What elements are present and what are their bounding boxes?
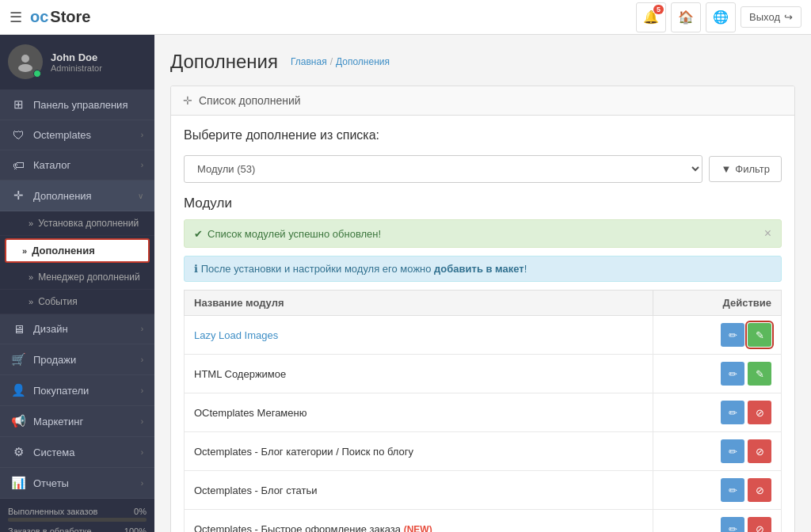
col-name: Название модуля [185,291,653,316]
sub-arrow-icon: » [29,297,33,306]
section-title: Модули [184,196,782,211]
sidebar-item-label: Продажи [33,354,76,366]
chevron-right-icon: › [141,448,143,457]
add-button[interactable]: ✎ [748,362,771,386]
user-name: John Doe [51,51,102,63]
subitem-label: События [38,296,78,307]
delete-button[interactable]: ⊘ [748,478,771,502]
edit-button[interactable]: ✏ [721,362,744,386]
sidebar-item-addons[interactable]: ✛ Дополнения ∨ [0,180,154,211]
table-row: Lazy Load Images✏✎ [185,316,782,355]
stat-processing: Заказов в обработке 100% [8,526,147,532]
chevron-right-icon: › [141,325,143,333]
edit-button[interactable]: ✏ [721,439,744,463]
main-content: Дополнения Главная / Дополнения ✛ Список… [154,35,811,532]
octemplates-icon: 🛡 [11,128,25,142]
system-icon: ⚙ [11,445,25,459]
addons-submenu: » Установка дополнений » Дополнения » Ме… [0,211,154,314]
sidebar-item-label: Покупатели [33,385,89,397]
delete-button[interactable]: ⊘ [748,439,771,463]
module-action-cell: ✏✎ [653,316,782,355]
logout-icon: ↪ [784,11,793,23]
topbar-right: 🔔 5 🏠 🌐 Выход ↪ [636,2,801,32]
sub-arrow-icon: » [22,246,27,256]
user-role: Administrator [51,63,102,73]
marketing-icon: 📢 [11,414,25,428]
delete-button[interactable]: ⊘ [748,401,771,424]
chevron-right-icon: › [141,161,143,169]
check-icon: ✔ [194,228,203,240]
sidebar-item-label: Отчеты [33,477,69,489]
page-title: Дополнения [170,51,278,73]
module-type-select[interactable]: Модули (53) [184,155,702,183]
sidebar-item-sales[interactable]: 🛒 Продажи › [0,344,154,375]
modules-table: Название модуля Действие Lazy Load Image… [184,290,782,532]
col-action: Действие [653,291,782,316]
edit-button[interactable]: ✏ [721,478,744,502]
module-name-cell: Octemplates - Блог статьи [185,471,653,510]
subitem-label: Менеджер дополнений [38,272,139,283]
table-row: Octemplates - Блог категории / Поиск по … [185,432,782,471]
globe-button[interactable]: 🌐 [706,2,736,32]
logo-oc: oc [30,8,48,26]
sidebar-item-system[interactable]: ⚙ Система › [0,437,154,468]
module-name-link[interactable]: Lazy Load Images [194,329,278,341]
notification-badge: 5 [653,5,664,14]
logout-label: Выход [749,11,780,23]
sidebar-subitem-install[interactable]: » Установка дополнений [0,211,154,236]
sidebar-item-panel[interactable]: ⊞ Панель управления [0,89,154,120]
panel-icon: ⊞ [11,97,25,112]
stat-value: 0% [134,507,147,516]
sidebar-item-label: Каталог [33,159,70,171]
sidebar-item-reports[interactable]: 📊 Отчеты › [0,468,154,499]
module-name-text: Octemplates - Блог статьи [194,484,317,496]
svg-point-0 [21,55,29,63]
add-button[interactable]: ✎ [748,323,771,347]
sidebar-item-label: Octemplates [33,129,91,141]
reports-icon: 📊 [11,476,25,490]
sidebar-item-design[interactable]: 🖥 Дизайн › [0,314,154,344]
edit-button[interactable]: ✏ [721,323,744,347]
notifications-button[interactable]: 🔔 5 [636,2,666,32]
filter-button[interactable]: ▼ Фильтр [709,156,782,182]
stat-value: 100% [124,526,147,532]
alert-success: ✔ Список модулей успешно обновлен! × [184,219,782,248]
edit-button[interactable]: ✏ [721,401,744,424]
logo: ocStore [30,8,90,26]
breadcrumb-current: Дополнения [336,56,390,67]
sidebar-item-marketing[interactable]: 📢 Маркетинг › [0,406,154,437]
sidebar-item-octemplates[interactable]: 🛡 Octemplates › [0,120,154,150]
module-name-text: Octemplates - Быстрое оформление заказа … [194,523,432,533]
table-row: OCtemplates Мегаменю✏⊘ [185,393,782,432]
sidebar-subitem-addons[interactable]: » Дополнения [5,238,150,263]
home-button[interactable]: 🏠 [671,2,701,32]
sales-icon: 🛒 [11,352,25,367]
module-name-cell: HTML Содержимое [185,355,653,393]
stat-completed: Выполненных заказов 0% [8,507,147,522]
subitem-label: Установка дополнений [38,218,139,229]
customers-icon: 👤 [11,383,25,397]
logout-button[interactable]: Выход ↪ [741,6,801,28]
user-panel: John Doe Administrator [0,35,154,89]
design-icon: 🖥 [11,322,25,336]
sidebar-item-customers[interactable]: 👤 Покупатели › [0,375,154,406]
sidebar: John Doe Administrator ⊞ Панель управлен… [0,35,154,532]
edit-button[interactable]: ✏ [721,517,744,532]
panel-body: Выберите дополнение из списка: Модули (5… [171,116,794,532]
addons-icon: ✛ [11,188,25,203]
sub-arrow-icon: » [29,272,33,282]
page-header: Дополнения Главная / Дополнения [170,51,795,73]
panel-header-title: Список дополнений [199,94,301,107]
module-name-cell: Octemplates - Блог категории / Поиск по … [185,432,653,471]
sidebar-subitem-manager[interactable]: » Менеджер дополнений [0,265,154,290]
menu-toggle-icon[interactable]: ☰ [10,9,22,26]
delete-button[interactable]: ⊘ [748,517,771,532]
sidebar-subitem-events[interactable]: » События [0,290,154,314]
user-info: John Doe Administrator [51,51,102,73]
breadcrumb-home-link[interactable]: Главная [291,56,327,67]
alert-close-button[interactable]: × [764,226,771,241]
sidebar-item-label: Дополнения [33,190,92,202]
topbar: ☰ ocStore 🔔 5 🏠 🌐 Выход ↪ [0,0,811,35]
sidebar-item-catalog[interactable]: 🏷 Каталог › [0,150,154,180]
chevron-right-icon: › [141,131,143,139]
